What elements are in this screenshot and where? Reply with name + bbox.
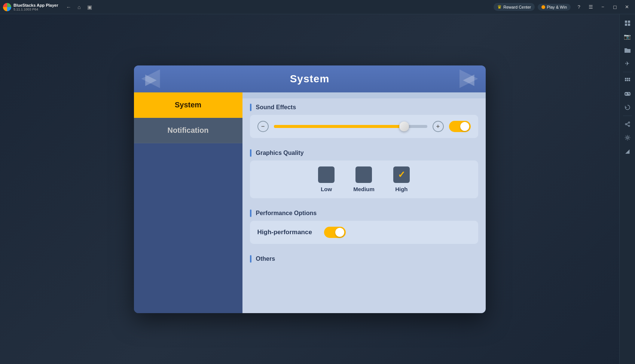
nav-notification-label: Notification xyxy=(168,126,209,134)
crown-icon: ♛ xyxy=(497,4,502,10)
modal-header-left-arrow: ▶ xyxy=(145,70,157,88)
svg-point-16 xyxy=(625,123,627,125)
svg-point-17 xyxy=(628,125,630,127)
plus-icon: + xyxy=(436,123,440,130)
app-logo: BlueStacks App Player 5.11.1.1003 P64 xyxy=(0,3,61,11)
slider-thumb[interactable] xyxy=(399,122,409,131)
svg-rect-2 xyxy=(625,24,627,26)
quality-row: Low Medium ✓ High xyxy=(257,166,471,192)
minimize-button[interactable]: − xyxy=(598,3,608,12)
quality-low-checkbox xyxy=(318,166,335,183)
quality-high[interactable]: ✓ High xyxy=(393,166,410,192)
close-button[interactable]: ✕ xyxy=(622,3,632,12)
quality-low[interactable]: Low xyxy=(318,166,335,192)
nav-item-notification[interactable]: Notification xyxy=(134,118,242,143)
svg-line-18 xyxy=(626,123,628,124)
play-win-label: Play & Win xyxy=(547,5,567,9)
svg-rect-3 xyxy=(628,24,630,26)
svg-point-13 xyxy=(628,93,629,94)
sidebar-share-icon[interactable] xyxy=(622,118,634,130)
content-top-bar xyxy=(242,92,486,98)
quality-low-label: Low xyxy=(321,186,332,192)
modal-content: Sound Effects − xyxy=(242,92,486,313)
others-label: Others xyxy=(250,255,478,263)
reward-label: Reward Center xyxy=(503,5,531,9)
checkmark-icon: ✓ xyxy=(398,169,405,180)
performance-content: High-performance xyxy=(250,221,478,244)
top-nav-buttons: ← ⌂ ▣ xyxy=(64,3,94,12)
sidebar-divider-2 xyxy=(623,116,632,116)
sidebar-divider-1 xyxy=(623,72,632,72)
app-version: 5.11.1.1003 P64 xyxy=(13,7,58,11)
graphics-quality-label: Graphics Quality xyxy=(250,149,478,157)
sidebar-camera-icon[interactable]: 📷 xyxy=(622,31,634,43)
back-button[interactable]: ← xyxy=(64,3,73,12)
graphics-quality-section: Graphics Quality Low Medium xyxy=(242,144,486,204)
sound-effects-section: Sound Effects − xyxy=(242,98,486,144)
nav-item-system[interactable]: System xyxy=(134,92,242,118)
quality-medium-label: Medium xyxy=(353,186,375,192)
sidebar-grid-icon[interactable] xyxy=(622,74,634,86)
sidebar-rotate-icon[interactable] xyxy=(622,101,634,113)
nav-system-label: System xyxy=(175,101,201,109)
home-button[interactable]: ⌂ xyxy=(74,3,83,12)
top-bar: BlueStacks App Player 5.11.1.1003 P64 ← … xyxy=(0,0,635,14)
modal-body: System Notification Sound Effects xyxy=(134,92,486,313)
svg-rect-1 xyxy=(628,21,630,23)
help-button[interactable]: ? xyxy=(574,3,584,12)
svg-rect-9 xyxy=(629,80,630,81)
play-win-button[interactable]: Play & Win xyxy=(538,4,571,10)
sound-toggle[interactable] xyxy=(449,121,471,132)
reward-center-button[interactable]: ♛ Reward Center xyxy=(494,3,535,11)
menu-button[interactable]: ☰ xyxy=(586,3,596,12)
sound-row: − + xyxy=(257,121,471,132)
sound-section-bar xyxy=(250,104,251,111)
svg-point-14 xyxy=(629,94,629,94)
modal-header: ▶ System ◀ xyxy=(134,65,486,92)
performance-row: High-performance xyxy=(257,227,471,238)
sidebar-airplane-icon[interactable]: ✈ xyxy=(622,58,634,70)
coin-icon xyxy=(541,5,545,9)
performance-section: Performance Options High-performance xyxy=(242,204,486,250)
minus-icon: − xyxy=(261,123,265,130)
sound-increase-button[interactable]: + xyxy=(433,121,444,132)
sidebar-expand-icon[interactable]: ◢ xyxy=(622,145,634,157)
quality-high-label: High xyxy=(395,186,407,192)
graphics-quality-content: Low Medium ✓ High xyxy=(250,160,478,198)
svg-point-20 xyxy=(626,137,628,139)
modal-nav: System Notification xyxy=(134,92,242,313)
svg-line-19 xyxy=(626,125,628,126)
high-performance-label: High-performance xyxy=(257,229,312,236)
main-area: ▶ System ◀ System Notification xyxy=(0,14,619,364)
sound-toggle-knob xyxy=(460,122,469,131)
sound-slider[interactable] xyxy=(274,125,427,128)
sound-effects-content: − + xyxy=(250,115,478,138)
performance-toggle-knob xyxy=(335,228,344,237)
windows-button[interactable]: ▣ xyxy=(85,3,94,12)
quality-medium[interactable]: Medium xyxy=(353,166,375,192)
slider-fill xyxy=(274,125,404,128)
svg-rect-8 xyxy=(627,80,628,81)
others-section-bar xyxy=(250,255,251,263)
sidebar-settings-bottom-icon[interactable] xyxy=(622,132,634,144)
svg-rect-12 xyxy=(626,93,626,95)
system-modal: ▶ System ◀ System Notification xyxy=(134,65,486,313)
sound-decrease-button[interactable]: − xyxy=(257,121,269,132)
app-info: BlueStacks App Player 5.11.1.1003 P64 xyxy=(13,3,58,11)
sidebar-folder-icon[interactable] xyxy=(622,44,634,56)
svg-rect-7 xyxy=(625,80,626,81)
quality-high-checkbox: ✓ xyxy=(393,166,410,183)
quality-medium-checkbox xyxy=(355,166,372,183)
performance-toggle[interactable] xyxy=(324,227,346,238)
modal-title: System xyxy=(290,73,330,85)
sidebar-controller-icon[interactable] xyxy=(622,88,634,100)
performance-label: Performance Options xyxy=(250,209,478,217)
sidebar-windows-icon[interactable] xyxy=(622,17,634,29)
svg-rect-5 xyxy=(627,78,628,79)
right-sidebar: 📷 ✈ ◢ xyxy=(619,14,635,364)
sound-effects-label: Sound Effects xyxy=(250,104,478,111)
svg-rect-4 xyxy=(625,78,626,79)
window-controls: ? ☰ − ◻ ✕ xyxy=(574,3,632,12)
restore-button[interactable]: ◻ xyxy=(610,3,620,12)
modal-header-right-arrow: ◀ xyxy=(463,70,474,88)
